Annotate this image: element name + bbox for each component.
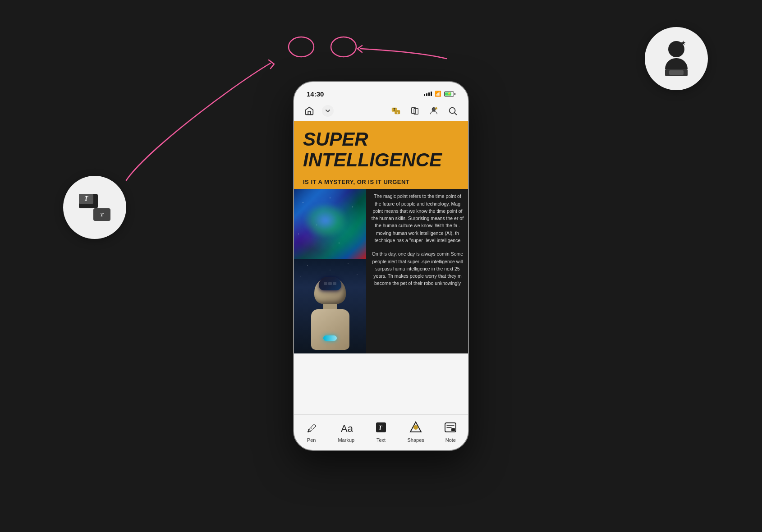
toolbar-note[interactable]: Note bbox=[437, 419, 464, 443]
user-star-icon: ★ bbox=[680, 39, 686, 46]
phone-inner: 14:30 📶 ⚡ bbox=[294, 82, 468, 450]
article-body: The magic point refers to the time point… bbox=[294, 189, 468, 353]
content-area: SUPER INTELLIGENCE IS IT A MYSTERY, OR I… bbox=[294, 121, 468, 414]
translate-icon: T T bbox=[79, 194, 110, 221]
translate-card-inner: T bbox=[79, 194, 93, 204]
user-head: ★ bbox=[668, 41, 684, 57]
article-text-column: The magic point refers to the time point… bbox=[366, 189, 468, 353]
toolbar-markup-label: Markup bbox=[338, 437, 354, 443]
markup-icon: Aa bbox=[338, 419, 354, 436]
article-header: SUPER INTELLIGENCE bbox=[294, 121, 468, 177]
battery-icon: ⚡ bbox=[444, 92, 455, 96]
svg-text:Aa: Aa bbox=[341, 423, 353, 434]
toolbar-shapes[interactable]: Shapes bbox=[402, 419, 429, 443]
scene: T T ★ bbox=[0, 0, 762, 532]
svg-point-15 bbox=[413, 425, 418, 430]
user-icon: ★ bbox=[665, 41, 688, 76]
note-icon bbox=[442, 419, 459, 436]
user-avatar-area: ★ bbox=[668, 41, 684, 57]
translate-t2-letter: T bbox=[100, 211, 103, 218]
wifi-icon: 📶 bbox=[435, 91, 441, 97]
status-bar: 14:30 📶 ⚡ bbox=[294, 82, 468, 102]
user-body bbox=[665, 58, 688, 69]
robot-chest-light bbox=[323, 335, 337, 341]
svg-text:T: T bbox=[396, 111, 399, 114]
contacts-nav-icon[interactable] bbox=[427, 105, 440, 117]
translate-nav-icon[interactable]: T T bbox=[390, 105, 402, 117]
robot-neck bbox=[323, 304, 337, 309]
shapes-icon bbox=[408, 419, 424, 436]
article-title: SUPER INTELLIGENCE bbox=[303, 129, 459, 170]
svg-point-0 bbox=[289, 37, 314, 57]
translate-t-letter: T bbox=[84, 195, 88, 202]
user-book bbox=[665, 69, 688, 76]
phone-frame: 14:30 📶 ⚡ bbox=[293, 81, 469, 451]
pen-icon: 🖊 bbox=[303, 419, 320, 436]
robot-head bbox=[314, 277, 346, 304]
article-subtitle: IS IT A MYSTERY, OR IS IT URGENT bbox=[303, 179, 459, 185]
nebula-cloud bbox=[303, 202, 348, 238]
toolbar-shapes-label: Shapes bbox=[408, 437, 424, 443]
toolbar-note-label: Note bbox=[445, 437, 456, 443]
robot-visor bbox=[319, 277, 341, 290]
signal-icon bbox=[424, 92, 432, 96]
svg-point-1 bbox=[331, 37, 356, 57]
text-tool-icon: T bbox=[373, 419, 389, 436]
translate-card-front: T bbox=[93, 208, 110, 221]
home-nav-icon[interactable] bbox=[303, 105, 316, 117]
toolbar: 🖊 Pen Aa Markup bbox=[294, 414, 468, 450]
search-nav-icon[interactable] bbox=[446, 105, 459, 117]
toolbar-text[interactable]: T Text bbox=[367, 419, 395, 443]
user-callout: ★ bbox=[645, 27, 708, 90]
status-time: 14:30 bbox=[307, 90, 324, 98]
user-book-inner bbox=[669, 70, 684, 75]
pages-nav-icon[interactable] bbox=[409, 105, 421, 117]
nav-bar: T T bbox=[294, 102, 468, 121]
space-nebula-image bbox=[294, 189, 366, 259]
svg-rect-17 bbox=[451, 428, 455, 431]
status-icons: 📶 ⚡ bbox=[424, 91, 455, 97]
toolbar-pen-label: Pen bbox=[307, 437, 316, 443]
article-subtitle-bar: IS IT A MYSTERY, OR IS IT URGENT bbox=[294, 177, 468, 189]
article-paragraph-2: On this day, one day is always comin Som… bbox=[371, 250, 464, 287]
article-images-column bbox=[294, 189, 366, 353]
toolbar-text-label: Text bbox=[376, 437, 386, 443]
translate-card-back: T bbox=[79, 194, 98, 208]
article-paragraph-1: The magic point refers to the time point… bbox=[371, 193, 464, 244]
toolbar-markup[interactable]: Aa Markup bbox=[333, 419, 360, 443]
svg-text:🖊: 🖊 bbox=[307, 423, 317, 434]
robot-body bbox=[311, 309, 349, 350]
svg-text:T: T bbox=[378, 425, 383, 431]
translate-callout: T T bbox=[63, 176, 126, 239]
nav-chevron-button[interactable] bbox=[322, 105, 334, 117]
toolbar-pen[interactable]: 🖊 Pen bbox=[298, 419, 325, 443]
robot-visor-squares bbox=[324, 282, 336, 285]
robot-image bbox=[294, 259, 366, 353]
robot-figure bbox=[308, 272, 353, 353]
